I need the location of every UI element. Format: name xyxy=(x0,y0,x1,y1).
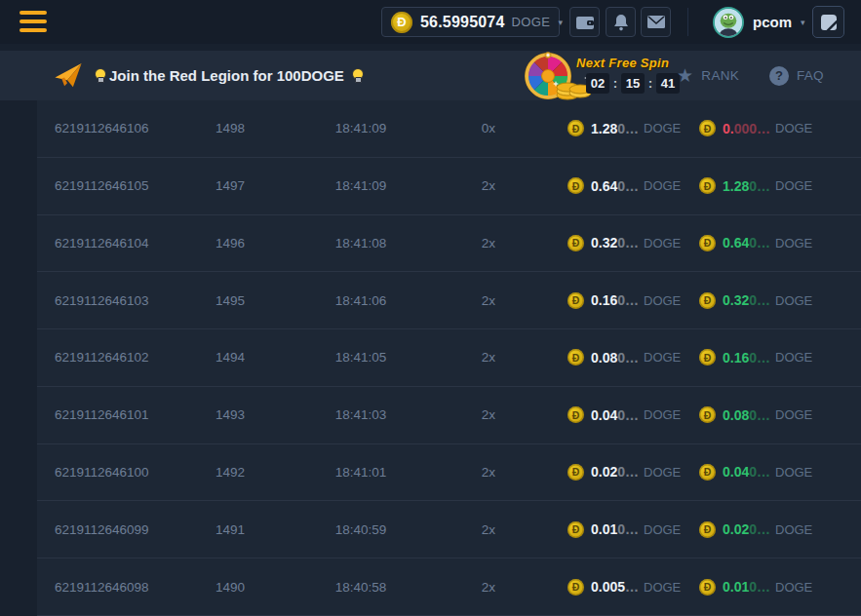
bet-id[interactable]: 6219112646106 xyxy=(37,121,197,135)
free-spin-countdown: 02 : 15 : 41 xyxy=(586,73,680,94)
round-number: 1490 xyxy=(197,580,263,595)
currency-label: DOGE xyxy=(775,236,812,250)
messages-button[interactable] xyxy=(641,7,671,37)
avatar xyxy=(713,7,744,38)
user-menu[interactable]: pcom ▾ xyxy=(713,0,805,44)
currency-label: DOGE xyxy=(644,121,681,135)
round-number: 1494 xyxy=(197,350,263,365)
bet-amount: Đ 0.160… DOGE xyxy=(519,292,687,309)
bet-profit: Đ 1.280… DOGE xyxy=(687,177,861,194)
bet-multiplier: 2x xyxy=(458,407,519,422)
balance-dropdown[interactable]: Đ 56.5995074 DOGE ▾ xyxy=(381,7,560,37)
currency-label: DOGE xyxy=(775,407,812,422)
bet-multiplier: 2x xyxy=(458,350,519,365)
bet-profit: Đ 0.320… DOGE xyxy=(687,292,861,309)
doge-coin-icon: Đ xyxy=(567,521,584,538)
mail-icon xyxy=(646,14,666,30)
bet-id[interactable]: 6219112646099 xyxy=(37,522,197,537)
bet-id[interactable]: 6219112646100 xyxy=(37,465,197,480)
table-row: 6219112646098 1490 18:40:58 2x Đ 0.005… … xyxy=(37,558,861,616)
doge-coin-icon: Đ xyxy=(699,120,716,136)
table-row: 6219112646105 1497 18:41:09 2x Đ 0.640… … xyxy=(37,158,861,215)
bet-amount: Đ 1.280… DOGE xyxy=(519,120,687,136)
chat-toggle-icon xyxy=(819,13,839,32)
bet-amount: Đ 0.040… DOGE xyxy=(519,406,687,423)
currency-label: DOGE xyxy=(644,178,681,193)
doge-coin-icon: Đ xyxy=(699,579,716,596)
bet-profit: Đ 0.020… DOGE xyxy=(687,521,861,538)
table-row: 6219112646106 1498 18:41:09 0x Đ 1.280… … xyxy=(37,100,861,158)
bet-profit: Đ 0.160… DOGE xyxy=(687,349,861,366)
bets-table: 6219112646106 1498 18:41:09 0x Đ 1.280… … xyxy=(37,100,861,616)
chat-toggle-button[interactable] xyxy=(812,6,844,38)
faq-label: FAQ xyxy=(797,68,824,83)
bet-profit: Đ 0.000… DOGE xyxy=(687,120,861,136)
bet-time: 18:41:09 xyxy=(263,121,458,135)
countdown-separator: : xyxy=(613,77,617,91)
doge-coin-icon: Đ xyxy=(567,406,584,423)
doge-coin-icon: Đ xyxy=(567,235,584,251)
divider xyxy=(687,8,688,36)
currency-label: DOGE xyxy=(644,350,681,365)
table-row: 6219112646099 1491 18:40:59 2x Đ 0.010… … xyxy=(37,501,861,558)
balance-currency: DOGE xyxy=(512,15,551,29)
round-number: 1495 xyxy=(197,293,263,308)
round-number: 1496 xyxy=(197,236,263,250)
bet-time: 18:41:09 xyxy=(263,178,458,193)
currency-label: DOGE xyxy=(644,580,681,595)
bet-profit: Đ 0.080… DOGE xyxy=(687,406,861,423)
doge-coin-icon: Đ xyxy=(567,177,584,194)
bet-time: 18:41:05 xyxy=(263,350,458,365)
currency-label: DOGE xyxy=(644,293,681,308)
bet-id[interactable]: 6219112646098 xyxy=(37,580,197,595)
currency-label: DOGE xyxy=(775,293,812,308)
bet-id[interactable]: 6219112646103 xyxy=(37,293,197,308)
wallet-button[interactable] xyxy=(569,7,600,37)
doge-coin-icon: Đ xyxy=(567,464,584,481)
bet-multiplier: 2x xyxy=(458,522,519,537)
announcement-bar: Join the Red Legion for 100DOGE xyxy=(0,51,861,100)
currency-label: DOGE xyxy=(775,178,812,193)
notifications-button[interactable] xyxy=(606,7,636,37)
bet-time: 18:40:59 xyxy=(263,522,458,537)
doge-coin-icon: Đ xyxy=(699,406,716,423)
table-row: 6219112646104 1496 18:41:08 2x Đ 0.320… … xyxy=(37,215,861,273)
menu-hamburger-icon[interactable] xyxy=(20,11,47,32)
bet-id[interactable]: 6219112646105 xyxy=(37,178,197,193)
countdown-minutes: 15 xyxy=(621,73,645,94)
nav-rank[interactable]: ★ RANK xyxy=(677,51,739,100)
question-mark-icon: ? xyxy=(769,66,789,86)
rank-label: RANK xyxy=(701,68,739,83)
top-bar: Đ 56.5995074 DOGE ▾ xyxy=(0,0,861,44)
table-row: 6219112646103 1495 18:41:06 2x Đ 0.160… … xyxy=(37,272,861,329)
currency-label: DOGE xyxy=(775,580,812,595)
table-row: 6219112646101 1493 18:41:03 2x Đ 0.040… … xyxy=(37,387,861,444)
bet-id[interactable]: 6219112646104 xyxy=(37,236,197,250)
doge-coin-icon: Đ xyxy=(699,464,716,481)
nav-faq[interactable]: ? FAQ xyxy=(769,51,824,100)
announcement-message: Join the Red Legion for 100DOGE xyxy=(94,51,364,100)
bet-multiplier: 2x xyxy=(458,580,519,595)
table-row: 6219112646102 1494 18:41:05 2x Đ 0.080… … xyxy=(37,329,861,387)
round-number: 1498 xyxy=(197,121,263,135)
bet-amount: Đ 0.640… DOGE xyxy=(519,177,687,194)
bet-multiplier: 2x xyxy=(458,465,519,480)
bell-icon xyxy=(611,14,631,31)
chevron-down-icon: ▾ xyxy=(801,18,805,27)
bet-amount: Đ 0.005… DOGE xyxy=(519,579,687,596)
round-number: 1491 xyxy=(197,522,263,537)
star-icon: ★ xyxy=(677,66,693,85)
megaphone-icon xyxy=(53,60,84,91)
wallet-icon xyxy=(575,14,595,31)
currency-label: DOGE xyxy=(775,522,812,537)
bet-id[interactable]: 6219112646102 xyxy=(37,350,197,365)
bet-time: 18:41:03 xyxy=(263,407,458,422)
bet-amount: Đ 0.080… DOGE xyxy=(519,349,687,366)
bet-amount: Đ 0.320… DOGE xyxy=(519,235,687,251)
countdown-hours: 02 xyxy=(586,73,609,94)
doge-coin-icon: Đ xyxy=(699,235,716,251)
bet-time: 18:41:06 xyxy=(263,293,458,308)
doge-coin-icon: Đ xyxy=(699,349,716,366)
bet-time: 18:41:01 xyxy=(263,465,458,480)
bet-id[interactable]: 6219112646101 xyxy=(37,407,197,422)
